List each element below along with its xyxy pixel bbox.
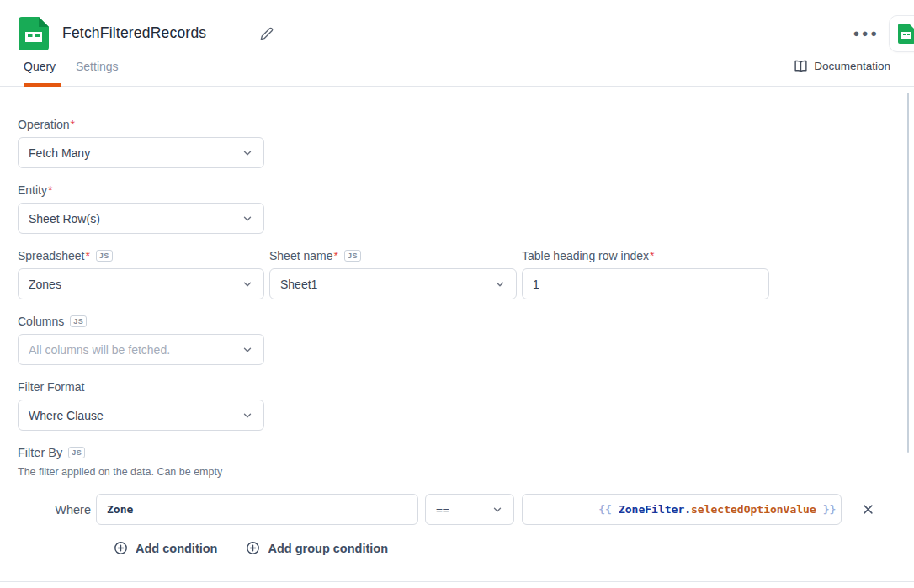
- add-condition-button[interactable]: Add condition: [114, 541, 217, 555]
- filter-by-label: Filter By JS: [18, 446, 914, 459]
- query-editor: FetchFilteredRecords ●●● Query: [0, 0, 914, 588]
- binding-property: selectedOptionValue: [691, 503, 816, 516]
- sheet-name-select[interactable]: Sheet1: [269, 268, 517, 299]
- field-filter-format: Filter Format Where Clause: [18, 380, 914, 431]
- sheet-name-value: Sheet1: [280, 278, 317, 291]
- chevron-down-icon: [242, 410, 253, 421]
- columns-placeholder: All columns will be fetched.: [29, 343, 170, 357]
- table-heading-row-index-input[interactable]: [522, 268, 769, 299]
- google-sheets-icon: [19, 17, 49, 50]
- field-columns: Columns JS All columns will be fetched.: [18, 315, 914, 365]
- add-condition-label: Add condition: [136, 542, 217, 555]
- field-spreadsheet: Spreadsheet* JS Zones: [18, 249, 264, 299]
- book-icon: [794, 59, 808, 73]
- circle-plus-icon: [114, 541, 128, 555]
- chevron-down-icon: [242, 213, 253, 225]
- js-toggle-badge[interactable]: JS: [68, 447, 85, 458]
- header: FetchFilteredRecords ●●●: [0, 0, 914, 52]
- entity-select[interactable]: Sheet Row(s): [18, 203, 264, 234]
- operation-value: Fetch Many: [29, 146, 90, 160]
- table-heading-row-index-label: Table heading row index*: [522, 249, 769, 262]
- operation-label-text: Operation: [18, 118, 69, 131]
- where-label: Where: [18, 503, 91, 516]
- table-heading-row-index-label-text: Table heading row index: [522, 249, 649, 262]
- operation-select[interactable]: Fetch Many: [18, 137, 264, 168]
- where-column-input[interactable]: Zone: [96, 494, 418, 525]
- close-icon: [862, 503, 874, 516]
- binding-open-braces: {{: [598, 503, 612, 516]
- rename-button[interactable]: [258, 24, 276, 43]
- more-menu-button[interactable]: ●●●: [853, 22, 879, 44]
- circle-plus-icon: [246, 541, 260, 555]
- chevron-down-icon: [242, 344, 253, 356]
- where-operator-select[interactable]: ==: [425, 494, 514, 525]
- spreadsheet-value: Zones: [29, 278, 61, 291]
- field-entity: Entity* Sheet Row(s): [18, 183, 914, 234]
- sheet-name-label-text: Sheet name: [269, 249, 333, 262]
- datasource-chip[interactable]: [889, 15, 914, 52]
- required-asterisk: *: [85, 249, 89, 262]
- required-asterisk: *: [48, 183, 52, 197]
- field-row-sheet: Spreadsheet* JS Zones Sheet name* JS She…: [18, 249, 914, 299]
- where-column-value: Zone: [107, 503, 133, 516]
- entity-label: Entity*: [18, 183, 914, 197]
- field-table-heading-row-index: Table heading row index*: [522, 249, 769, 299]
- required-asterisk: *: [334, 249, 338, 262]
- entity-value: Sheet Row(s): [29, 212, 100, 225]
- query-form: Operation* Fetch Many Entity* Sheet Row(…: [0, 87, 914, 555]
- required-asterisk: *: [70, 118, 74, 131]
- chevron-down-icon: [242, 147, 253, 159]
- binding-dot: .: [684, 503, 691, 516]
- spreadsheet-label-text: Spreadsheet: [18, 249, 84, 262]
- field-sheet-name: Sheet name* JS Sheet1: [269, 249, 517, 299]
- filter-format-value: Where Clause: [29, 409, 104, 422]
- pencil-icon: [260, 27, 274, 40]
- filter-format-label-text: Filter Format: [18, 380, 84, 394]
- field-operation: Operation* Fetch Many: [18, 118, 914, 168]
- columns-label-text: Columns: [18, 315, 64, 328]
- field-filter-by: Filter By JS The filter applied on the d…: [18, 446, 914, 479]
- spreadsheet-label: Spreadsheet* JS: [18, 249, 264, 262]
- where-operator-value: ==: [436, 503, 449, 516]
- js-toggle-badge[interactable]: JS: [344, 250, 361, 262]
- chevron-down-icon: [492, 504, 503, 516]
- spreadsheet-select[interactable]: Zones: [18, 268, 264, 299]
- columns-label: Columns JS: [18, 315, 914, 328]
- js-toggle-badge[interactable]: JS: [96, 250, 113, 262]
- binding-close-braces: }}: [823, 503, 837, 516]
- documentation-label: Documentation: [814, 60, 890, 72]
- chevron-down-icon: [494, 278, 506, 290]
- page-title: FetchFilteredRecords: [62, 24, 206, 42]
- documentation-link[interactable]: Documentation: [794, 59, 890, 73]
- bottom-divider: [0, 581, 914, 582]
- js-toggle-badge[interactable]: JS: [70, 315, 87, 327]
- chevron-down-icon: [242, 278, 253, 290]
- columns-select[interactable]: All columns will be fetched.: [18, 334, 264, 365]
- where-value-input[interactable]: {{ZoneFilter.selectedOptionValue}}: [522, 494, 842, 525]
- filter-by-helper-text: The filter applied on the data. Can be e…: [18, 466, 914, 479]
- delete-condition-button[interactable]: [857, 499, 879, 521]
- binding-object: ZoneFilter: [619, 503, 684, 516]
- tab-query[interactable]: Query: [24, 60, 56, 73]
- condition-actions: Add condition Add group condition: [114, 541, 914, 555]
- required-asterisk: *: [650, 249, 654, 262]
- filter-format-label: Filter Format: [18, 380, 914, 394]
- tab-settings[interactable]: Settings: [76, 60, 119, 73]
- filter-by-label-text: Filter By: [18, 446, 62, 459]
- filter-format-select[interactable]: Where Clause: [18, 400, 264, 431]
- add-group-condition-label: Add group condition: [268, 542, 388, 555]
- add-group-condition-button[interactable]: Add group condition: [246, 541, 388, 555]
- operation-label: Operation*: [18, 118, 914, 131]
- where-condition-row: Where Zone == {{ZoneFilter.selectedOptio…: [18, 494, 914, 525]
- datasource-sheets-icon: [898, 24, 914, 44]
- sheet-name-label: Sheet name* JS: [269, 249, 517, 262]
- entity-label-text: Entity: [18, 183, 47, 197]
- scrollbar[interactable]: [907, 93, 909, 453]
- tab-bar: Query Settings Documentation: [0, 52, 914, 87]
